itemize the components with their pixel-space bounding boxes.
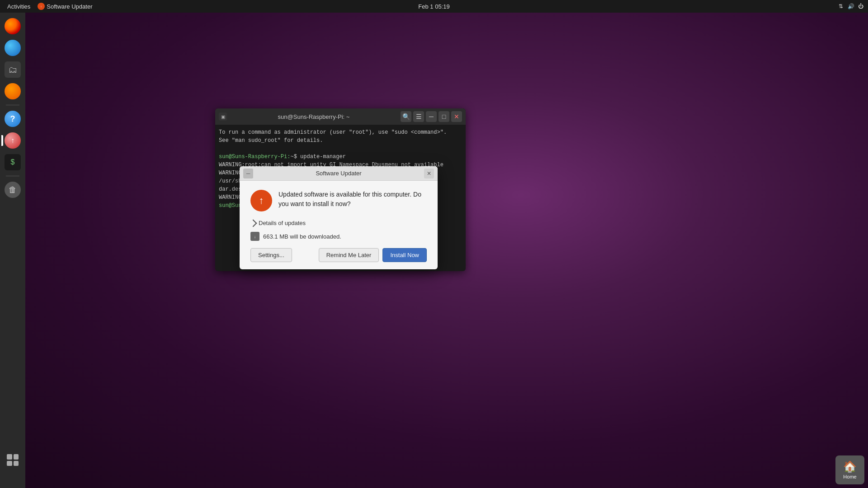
dock-item-trash[interactable]: 🗑	[3, 180, 23, 200]
dock-item-firefox[interactable]	[3, 16, 23, 36]
dialog-title: Software Updater	[253, 170, 424, 177]
home-icon: 🏠	[843, 460, 857, 473]
home-label: Home	[843, 474, 856, 479]
svg-text:↑: ↑	[41, 5, 42, 8]
dock-separator	[6, 105, 19, 105]
dock-item-help[interactable]: ?	[3, 109, 23, 129]
btn-right-group: Remind Me Later Install Now	[319, 248, 427, 262]
app-indicator: ↑ Software Updater	[38, 3, 92, 10]
top-panel: Activities ↑ Software Updater Feb 1 05:1…	[0, 0, 868, 13]
terminal-line-2: See "man sudo_root" for details.	[219, 136, 462, 145]
remind-later-button[interactable]: Remind Me Later	[319, 248, 379, 262]
app-indicator-label: Software Updater	[47, 3, 92, 10]
terminal-line-3	[219, 145, 462, 153]
system-tray: ⇅ 🔊 ⏻	[837, 3, 864, 10]
terminal-title: sun@Suns-Raspberry-Pi: ~	[230, 113, 398, 120]
app-indicator-icon: ↑	[38, 3, 45, 10]
dock: 🗂 ? ↑ $ 🗑	[0, 13, 25, 488]
terminal-menu-button[interactable]: ☰	[413, 111, 424, 122]
terminal-line-4: sun@Suns-Raspberry-Pi:~$ update-manager	[219, 153, 462, 161]
dialog-controls-left: ─	[243, 169, 253, 178]
terminal-search-button[interactable]: 🔍	[401, 111, 411, 122]
dock-separator-2	[6, 176, 19, 176]
power-icon: ⏻	[857, 3, 864, 10]
dialog-body: Updated software is available for this c…	[240, 181, 438, 269]
updater-app-icon	[250, 190, 272, 211]
dock-item-grid[interactable]	[3, 450, 23, 470]
terminal-line-1: To run a command as administrator (user …	[219, 128, 462, 136]
dialog-controls-right: ✕	[424, 169, 434, 178]
dialog-header: Updated software is available for this c…	[250, 190, 427, 211]
terminal-icon: $	[5, 154, 21, 170]
terminal-controls: 🔍 ☰ ─ □ ✕	[401, 111, 462, 122]
software-icon	[5, 83, 21, 99]
dock-item-updater[interactable]: ↑	[3, 131, 23, 150]
files-icon: 🗂	[5, 61, 21, 78]
download-size-label: 663.1 MB will be downloaded.	[263, 233, 341, 240]
terminal-minimize-button[interactable]: ─	[426, 111, 437, 122]
grid-icon	[7, 454, 19, 466]
terminal-maximize-button[interactable]: □	[439, 111, 449, 122]
dock-item-terminal[interactable]: $	[3, 152, 23, 172]
dock-item-files[interactable]: 🗂	[3, 60, 23, 80]
download-info: ↓ 663.1 MB will be downloaded.	[250, 232, 427, 241]
desktop: Activities ↑ Software Updater Feb 1 05:1…	[0, 0, 868, 488]
install-now-button[interactable]: Install Now	[382, 248, 427, 262]
home-button[interactable]: 🏠 Home	[835, 455, 864, 484]
dock-item-software[interactable]	[3, 81, 23, 101]
download-icon: ↓	[250, 232, 259, 241]
help-icon: ?	[5, 111, 21, 127]
volume-icon: 🔊	[847, 3, 854, 10]
details-label: Details of updates	[259, 220, 306, 226]
dialog-close-button[interactable]: ✕	[424, 169, 434, 178]
datetime-display: Feb 1 05:19	[418, 3, 449, 10]
network-icon: ⇅	[837, 3, 844, 10]
firefox-icon	[5, 18, 21, 34]
dialog-minimize-button[interactable]: ─	[243, 169, 253, 178]
dialog-details: Details of updates ↓ 663.1 MB will be do…	[250, 218, 427, 241]
dialog-buttons: Settings... Remind Me Later Install Now	[250, 248, 427, 262]
dialog-titlebar: ─ Software Updater ✕	[240, 166, 438, 181]
terminal-titlebar: ▣ sun@Suns-Raspberry-Pi: ~ 🔍 ☰ ─ □ ✕	[215, 108, 466, 125]
chromium-icon	[5, 40, 21, 56]
trash-icon: 🗑	[5, 182, 21, 198]
updater-icon-graphic	[250, 190, 272, 211]
details-arrow-icon	[250, 219, 257, 227]
software-updater-dialog: ─ Software Updater ✕ Updated software is…	[240, 166, 438, 269]
terminal-close-button[interactable]: ✕	[451, 111, 462, 122]
dock-item-chromium[interactable]	[3, 38, 23, 58]
details-toggle-button[interactable]: Details of updates	[250, 218, 427, 228]
dialog-message: Updated software is available for this c…	[278, 190, 427, 209]
updater-icon: ↑	[5, 132, 21, 149]
svg-text:↓: ↓	[254, 235, 256, 239]
system-icons: ⇅ 🔊 ⏻	[837, 3, 864, 10]
settings-button[interactable]: Settings...	[250, 248, 292, 262]
activities-button[interactable]: Activities	[4, 2, 34, 11]
terminal-window-icon: ▣	[219, 113, 227, 121]
